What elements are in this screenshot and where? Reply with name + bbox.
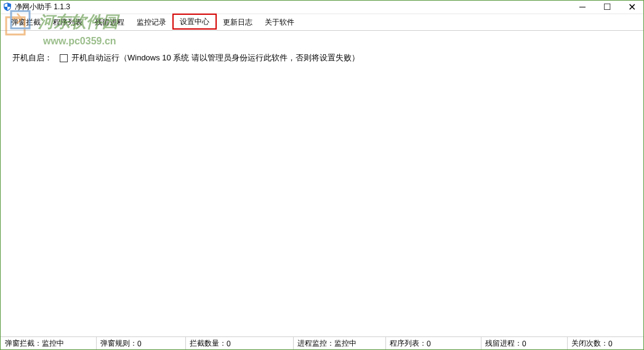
autostart-checkbox-wrap: 开机自动运行（Windows 10 系统 请以管理员身份运行此软件，否则将设置失… [60, 52, 360, 63]
status-block-count: 拦截数量：0 [186, 337, 294, 350]
window-title: 净网小助手 1.1.3 [15, 2, 570, 12]
setting-autostart-row: 开机自启： 开机自动运行（Windows 10 系统 请以管理员身份运行此软件，… [12, 52, 632, 63]
status-popup-rules: 弹窗规则：0 [97, 337, 186, 350]
autostart-checkbox-label: 开机自动运行（Windows 10 系统 请以管理员身份运行此软件，否则将设置失… [71, 52, 360, 63]
status-popup-block: 弹窗拦截：监控中 [1, 337, 97, 350]
maximize-button[interactable]: ☐ [595, 0, 619, 14]
status-program-list: 程序列表：0 [386, 337, 481, 350]
tab-settings-center[interactable]: 设置中心 [172, 14, 217, 30]
status-close-count: 关闭次数：0 [568, 337, 643, 350]
window-controls: ─ ☐ ✕ [570, 0, 644, 14]
tab-about[interactable]: 关于软件 [259, 14, 300, 30]
statusbar: 弹窗拦截：监控中 弹窗规则：0 拦截数量：0 进程监控：监控中 程序列表：0 残… [0, 336, 644, 350]
minimize-button[interactable]: ─ [570, 0, 595, 14]
tab-residual-process[interactable]: 残留进程 [89, 14, 131, 30]
status-process-monitor: 进程监控：监控中 [294, 337, 386, 350]
tab-bar: 弹窗拦截 程序列表 残留进程 监控记录 设置中心 更新日志 关于软件 [0, 14, 644, 31]
tab-update-log[interactable]: 更新日志 [217, 14, 259, 30]
tab-monitor-log[interactable]: 监控记录 [131, 14, 172, 30]
autostart-checkbox[interactable] [60, 54, 68, 62]
titlebar: 净网小助手 1.1.3 ─ ☐ ✕ [0, 0, 644, 14]
close-button[interactable]: ✕ [619, 0, 644, 14]
app-icon [2, 2, 12, 12]
tab-program-list[interactable]: 程序列表 [47, 14, 89, 30]
tab-popup-block[interactable]: 弹窗拦截 [5, 14, 47, 30]
status-residual-process: 残留进程：0 [481, 337, 568, 350]
autostart-label: 开机自启： [12, 52, 52, 63]
content-area: 开机自启： 开机自动运行（Windows 10 系统 请以管理员身份运行此软件，… [0, 31, 644, 330]
